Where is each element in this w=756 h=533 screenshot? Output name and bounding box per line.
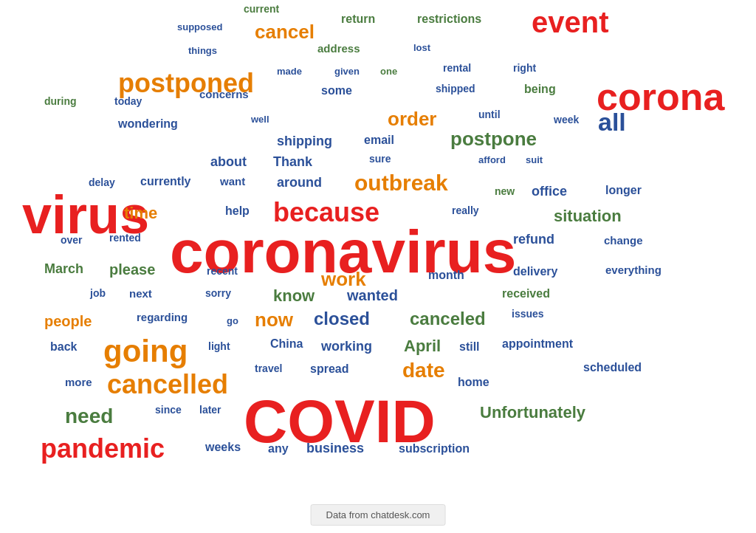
- word-event: event: [532, 7, 609, 37]
- word-going: going: [103, 336, 188, 367]
- word-change: change: [604, 235, 643, 246]
- word-march: March: [44, 262, 83, 275]
- word-job: job: [90, 288, 106, 298]
- word-really: really: [452, 205, 479, 216]
- word-given: given: [334, 66, 360, 76]
- word-email: email: [364, 134, 394, 146]
- word-subscription: subscription: [399, 443, 470, 455]
- word-april: April: [404, 338, 441, 354]
- word-cancel: cancel: [255, 22, 315, 41]
- word-regarding: regarding: [137, 312, 188, 323]
- word-wondering: wondering: [118, 118, 178, 130]
- word-refund: refund: [513, 233, 554, 246]
- word-well: well: [251, 114, 269, 124]
- word-one: one: [380, 66, 397, 76]
- word-pandemic: pandemic: [41, 436, 165, 462]
- word-work: work: [321, 269, 366, 289]
- word-business: business: [306, 441, 364, 455]
- word-time: time: [124, 205, 157, 221]
- word-issues: issues: [512, 309, 544, 319]
- word-any: any: [268, 443, 289, 455]
- word-people: people: [44, 314, 92, 329]
- word-week: week: [554, 114, 579, 125]
- word-things: things: [188, 46, 217, 55]
- word-shipped: shipped: [436, 83, 475, 94]
- word-spread: spread: [310, 363, 348, 375]
- word-next: next: [129, 288, 152, 299]
- word-later: later: [199, 405, 221, 415]
- word-being: being: [524, 83, 556, 95]
- word-suit: suit: [526, 155, 543, 165]
- word-please: please: [109, 262, 155, 277]
- word-sorry: sorry: [205, 288, 231, 298]
- word-concerns: concerns: [199, 89, 249, 100]
- word-month: month: [428, 269, 464, 281]
- word-wanted: wanted: [347, 288, 398, 303]
- word-order: order: [388, 109, 436, 128]
- word-postpone: postpone: [450, 129, 537, 148]
- word-appointment: appointment: [502, 338, 573, 350]
- word-travel: travel: [255, 363, 282, 374]
- word-office: office: [532, 185, 567, 198]
- word-back: back: [50, 341, 77, 353]
- word-cloud: currentsupposedcancelreturnrestrictionse…: [0, 0, 756, 502]
- word-return: return: [341, 13, 375, 25]
- word-cancelled: cancelled: [107, 371, 228, 398]
- word-now: now: [255, 310, 293, 329]
- word-china: China: [270, 338, 303, 350]
- word-canceled: canceled: [410, 310, 486, 328]
- word-light: light: [208, 341, 230, 351]
- word-afford: afford: [478, 155, 506, 165]
- word-new: new: [495, 186, 515, 196]
- word-delivery: delivery: [513, 266, 557, 278]
- word-some: some: [321, 85, 352, 97]
- word-address: address: [317, 43, 360, 54]
- word-go: go: [227, 316, 238, 326]
- word-weeks: weeks: [205, 441, 241, 453]
- word-recent: recent: [207, 266, 238, 276]
- word-about: about: [210, 155, 247, 168]
- word-rental: rental: [443, 63, 471, 73]
- word-want: want: [220, 176, 245, 187]
- word-scheduled: scheduled: [583, 362, 642, 374]
- word-unfortunately: Unfortunately: [480, 405, 585, 421]
- word-sure: sure: [369, 154, 391, 164]
- word-situation: situation: [554, 208, 622, 224]
- word-help: help: [225, 205, 250, 217]
- word-shipping: shipping: [277, 134, 332, 148]
- word-right: right: [513, 63, 536, 73]
- word-everything: everything: [605, 264, 662, 275]
- word-restrictions: restrictions: [417, 13, 481, 25]
- word-know: know: [273, 288, 315, 304]
- word-thank: Thank: [273, 155, 312, 168]
- word-working: working: [321, 340, 372, 353]
- footer-attribution: Data from chatdesk.com: [311, 504, 446, 526]
- word-made: made: [277, 66, 302, 76]
- word-rented: rented: [109, 233, 141, 243]
- word-supposed: supposed: [177, 22, 222, 32]
- word-since: since: [155, 405, 182, 415]
- word-during: during: [44, 96, 77, 106]
- word-closed: closed: [314, 310, 370, 328]
- word-date: date: [402, 360, 445, 381]
- word-more: more: [65, 376, 92, 388]
- word-all: all: [598, 109, 626, 134]
- word-outbreak: outbreak: [354, 172, 448, 194]
- word-received: received: [502, 288, 550, 300]
- word-today: today: [114, 96, 142, 106]
- word-over: over: [61, 235, 83, 245]
- word-longer: longer: [605, 185, 642, 196]
- word-until: until: [478, 109, 501, 120]
- word-home: home: [458, 376, 489, 388]
- word-need: need: [65, 406, 113, 427]
- word-around: around: [277, 176, 322, 189]
- word-lost: lost: [413, 43, 430, 52]
- word-current: current: [244, 4, 279, 14]
- word-still: still: [459, 341, 480, 353]
